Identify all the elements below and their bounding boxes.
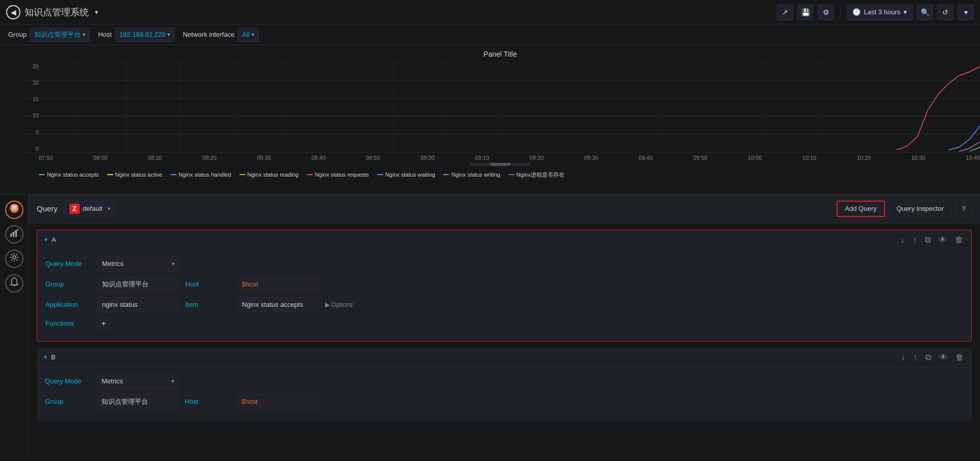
navbar-left: ◀ 知识点管理系统 ▾ [6, 5, 98, 19]
group-variable: Group 知识点管理平台 ▾ [8, 28, 90, 42]
legend-label-handled: Nginx status handled [179, 172, 231, 178]
query-mode-select[interactable]: Metrics ▾ [97, 256, 179, 272]
network-label: Network interface [183, 31, 234, 38]
legend-dot-writing [443, 174, 449, 175]
legend-label-accepts: Nginx status accepts [47, 172, 99, 178]
svg-point-26 [11, 209, 17, 212]
query-toolbar: Query Z default ▾ Add Query Query Inspec… [29, 195, 980, 224]
host-label: Host [98, 31, 112, 38]
query-inspector-button[interactable]: Query Inspector [889, 201, 952, 217]
top-navbar: ◀ 知识点管理系统 ▾ ↗ 💾 ⚙ 🕐 Last 3 hours ▾ 🔍 ↺ ▾ [0, 0, 980, 25]
legend-label-waiting: Nginx status waiting [385, 172, 435, 178]
sidebar-icon-database[interactable] [5, 201, 23, 219]
delete-button-a[interactable]: 🗑 [953, 234, 965, 246]
sidebar-icon-settings[interactable] [5, 250, 23, 268]
delete-button-b[interactable]: 🗑 [953, 352, 966, 363]
item-field-value-a[interactable]: Nginx status accepts [237, 297, 319, 312]
datasource-select[interactable]: Z default ▾ [64, 201, 116, 217]
group-select[interactable]: 知识点管理平台 ▾ [30, 28, 90, 42]
query-mode-caret-icon: ▾ [172, 261, 175, 266]
host-field-label-b: Host [185, 398, 231, 405]
variable-bar: Group 知识点管理平台 ▾ Host 192.168.81.220 ▾ Ne… [0, 25, 980, 45]
host-value: 192.168.81.220 [119, 31, 165, 38]
legend-dot-process [508, 174, 514, 175]
main-content: Query Z default ▾ Add Query Query Inspec… [0, 195, 980, 461]
sidebar-icon-bell[interactable] [5, 274, 23, 293]
network-value: All [242, 31, 249, 38]
chart-title: Panel Title [20, 50, 980, 58]
legend-label-active: Nginx status active [115, 172, 162, 178]
legend-item-process: Nginx进程是否存在 [508, 171, 565, 179]
sidebar-icon-chart[interactable] [5, 225, 23, 244]
chart-icon [9, 228, 19, 240]
chart-legend: Nginx status accepts Nginx status active… [20, 168, 980, 179]
collapse-arrow-a[interactable]: ▼ [43, 237, 48, 242]
toggle-visibility-button-b[interactable]: 👁 [937, 352, 949, 363]
share-icon: ↗ [782, 8, 788, 16]
share-button[interactable]: ↗ [777, 4, 793, 20]
refresh-caret-button[interactable]: ▾ [958, 4, 974, 20]
search-icon: 🔍 [921, 8, 929, 16]
legend-item-handled: Nginx status handled [170, 172, 231, 178]
query-mode-value-b: Metrics [102, 377, 123, 385]
functions-row: Functions + [45, 318, 963, 330]
app-title[interactable]: 知识点管理系统 [24, 6, 89, 18]
duplicate-button-b[interactable]: ⧉ [923, 352, 933, 363]
group-value: 知识点管理平台 [34, 30, 81, 39]
host-field-value-b[interactable]: $host [237, 394, 318, 409]
database-icon [9, 203, 20, 216]
move-down-button-a[interactable]: ↓ [898, 234, 906, 246]
options-button-a[interactable]: ▶ Options: [325, 301, 354, 308]
chevron-down-icon: ▾ [964, 8, 968, 16]
group-field-value-b[interactable]: 知识点管理平台 [97, 394, 179, 409]
settings-button[interactable]: ⚙ [818, 4, 834, 20]
search-button[interactable]: 🔍 [917, 4, 933, 20]
host-value-text-a: $host [242, 280, 258, 288]
duplicate-button-a[interactable]: ⧉ [923, 234, 933, 246]
time-caret-icon: ▾ [903, 8, 907, 16]
help-button[interactable]: ? [955, 201, 972, 217]
application-value-text-a: nginx status [102, 301, 137, 308]
legend-label-process: Nginx进程是否存在 [517, 171, 565, 179]
legend-dot-active [107, 174, 113, 175]
svg-point-31 [13, 256, 16, 259]
legend-dot-handled [170, 174, 177, 175]
toggle-visibility-button-a[interactable]: 👁 [937, 234, 949, 246]
scroll-thumb [490, 163, 510, 166]
settings-icon: ⚙ [823, 8, 829, 16]
network-select[interactable]: All ▾ [237, 28, 258, 42]
host-field-value-a[interactable]: $host [237, 277, 319, 292]
host-select[interactable]: 192.168.81.220 ▾ [115, 28, 175, 42]
query-block-a-id: A [52, 236, 56, 244]
refresh-icon: ↺ [942, 8, 948, 16]
group-value-text-b: 知识点管理平台 [102, 397, 148, 406]
move-down-button-b[interactable]: ↓ [899, 352, 907, 363]
group-field-value-a[interactable]: 知识点管理平台 [97, 277, 179, 292]
query-block-b-body: Query Mode Metrics ▾ Group 知识点管理平台 Host … [37, 368, 972, 421]
legend-label-writing: Nginx status writing [451, 172, 500, 178]
application-field-value-a[interactable]: nginx status [97, 297, 179, 312]
item-value-text-a: Nginx status accepts [242, 301, 303, 308]
query-block-b: ▼ B ↓ ↑ ⧉ 👁 🗑 Query Mode Metrics ▾ [37, 348, 972, 421]
group-host-row-b: Group 知识点管理平台 Host $host [45, 394, 964, 409]
chart-scrollbar[interactable] [20, 163, 980, 166]
query-toolbar-left: Query Z default ▾ [37, 201, 116, 217]
navbar-right: ↗ 💾 ⚙ 🕐 Last 3 hours ▾ 🔍 ↺ ▾ [777, 4, 974, 20]
time-picker-button[interactable]: 🕐 Last 3 hours ▾ [847, 4, 913, 20]
move-up-button-b[interactable]: ↑ [911, 352, 919, 363]
query-block-a-body: Query Mode Metrics ▾ Group 知识点管理平台 Host … [37, 250, 971, 341]
clock-icon: 🕐 [852, 8, 861, 16]
query-mode-select-b[interactable]: Metrics ▾ [97, 374, 179, 389]
refresh-button[interactable]: ↺ [937, 4, 953, 20]
add-query-button[interactable]: Add Query [837, 201, 885, 217]
network-caret-icon: ▾ [252, 32, 254, 37]
query-label: Query [37, 204, 58, 213]
back-button[interactable]: ◀ [6, 5, 20, 19]
collapse-arrow-b[interactable]: ▼ [43, 354, 48, 360]
host-value-text-b: $host [241, 398, 258, 405]
move-up-button-a[interactable]: ↑ [911, 234, 919, 246]
query-mode-row-b: Query Mode Metrics ▾ [45, 374, 964, 389]
add-function-button-a[interactable]: + [97, 318, 110, 330]
save-button[interactable]: 💾 [797, 4, 814, 20]
app-title-caret: ▾ [95, 9, 98, 16]
